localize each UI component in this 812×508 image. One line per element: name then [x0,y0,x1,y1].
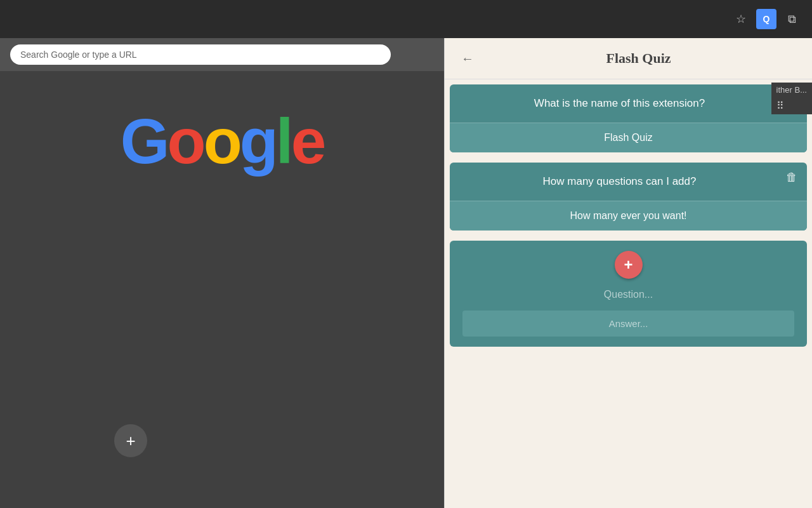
google-letter-g: g [240,105,276,177]
google-logo-area: Google [121,109,324,173]
flashcard-1-question: What is the name of this extension? [450,84,807,123]
ext-icon: Q [763,14,770,24]
main-area: Search Google or type a URL Google + ← F… [0,38,812,508]
add-card-icon: + [624,256,632,274]
back-icon: ← [461,51,474,66]
ntp-area: Search Google or type a URL Google + [0,38,444,508]
address-bar-row: Search Google or type a URL [0,38,444,71]
add-card-button[interactable]: + [615,251,643,279]
delete-card-2-button[interactable]: 🗑 [783,169,801,187]
back-button[interactable]: ← [457,48,478,69]
google-letter-o1: o [167,105,204,177]
add-shortcut-button[interactable]: + [114,424,147,457]
flashcard-2-answer: How many ever you want! [450,201,807,231]
extension-button[interactable]: Q [756,9,776,29]
extensions-puzzle-button[interactable]: ⧉ [782,9,802,29]
puzzle-icon: ⧉ [788,13,796,26]
right-edge-text: ither B... ⠿ [771,83,812,114]
flashcard-2-question: How many questions can I add? [450,163,807,201]
bookmark-icon: ☆ [736,12,746,26]
google-logo: Google [121,109,324,173]
google-letter-G: G [121,105,167,177]
popup-title: Flash Quiz [478,50,799,67]
flashcard-1: What is the name of this extension? 🗑 Fl… [450,84,807,152]
flashcard-2: How many questions can I add? 🗑 How many… [450,163,807,231]
extension-popup: ← Flash Quiz What is the name of this ex… [444,38,812,508]
new-question-input[interactable] [462,286,794,303]
chrome-top-bar: ☆ Q ⧉ [0,0,812,38]
google-letter-o2: o [204,105,240,177]
address-bar[interactable]: Search Google or type a URL [10,44,391,65]
google-letter-l: l [276,105,291,177]
new-card-area: + [450,241,807,347]
google-letter-e: e [291,105,324,177]
popup-header: ← Flash Quiz [445,38,812,79]
delete-2-icon: 🗑 [786,171,797,184]
add-shortcut-icon: + [126,431,135,451]
address-bar-placeholder: Search Google or type a URL [20,50,137,60]
flashcard-1-answer: Flash Quiz [450,123,807,152]
new-answer-input[interactable] [462,311,794,337]
bookmark-button[interactable]: ☆ [731,9,751,29]
